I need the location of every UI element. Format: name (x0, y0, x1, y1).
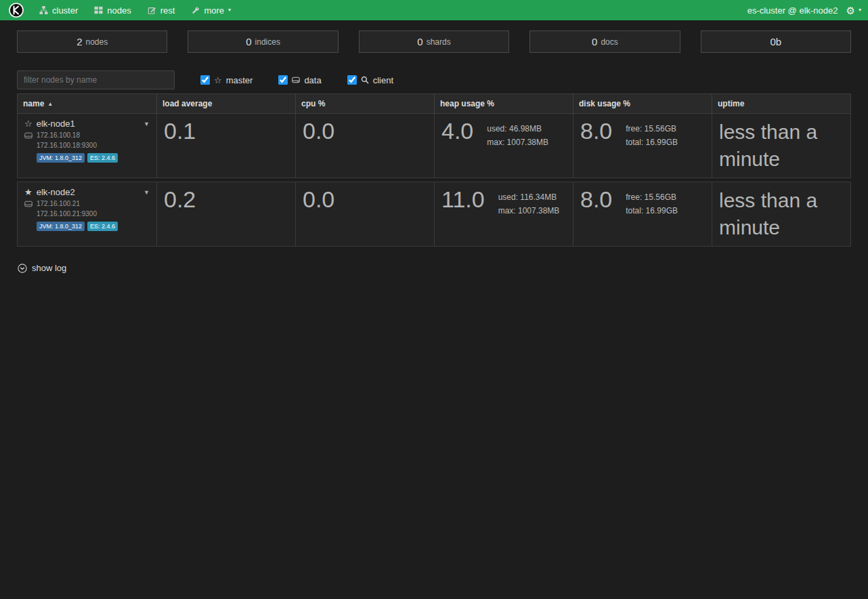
cpu-value: 0.0 (303, 119, 427, 144)
nav-item-nodes[interactable]: nodes (86, 0, 139, 20)
cpu-value: 0.0 (303, 187, 427, 212)
node-name: elk-node2 (37, 187, 75, 197)
uptime-value: less than a minute (719, 187, 844, 241)
stat-docs-label: docs (601, 37, 617, 47)
node-menu-caret-icon[interactable]: ▼ (144, 189, 150, 196)
node-filters: ☆ master data client (17, 70, 851, 89)
hdd-icon (24, 132, 32, 139)
load-average-value: 0.1 (164, 119, 288, 144)
node-ip: 172.16.100.18 (37, 131, 80, 139)
disk-usage-cell: 8.0 free: 15.56GB total: 16.99GB (573, 182, 712, 246)
show-log-toggle[interactable]: show log (18, 263, 66, 273)
node-name: elk-node1 (37, 119, 75, 129)
node-name-cell: ☆ elk-node1 ▼ 172.16.100.18 172.16.100.1… (18, 114, 156, 178)
nav-item-more[interactable]: more ▾ (183, 0, 239, 20)
header-cpu[interactable]: cpu % (295, 94, 434, 113)
show-log-label: show log (32, 263, 66, 273)
header-heap-label: heap usage % (440, 99, 494, 108)
uptime-cell: less than a minute (712, 114, 850, 178)
heap-used-label: used: 46.98MB (487, 122, 548, 136)
heap-usage-cell: 4.0 used: 46.98MB max: 1007.38MB (434, 114, 573, 178)
stat-nodes-value: 2 (77, 36, 82, 47)
heap-usage-cell: 11.0 used: 116.34MB max: 1007.38MB (434, 182, 573, 246)
top-navbar: cluster nodes rest more ▾ es-cluste (0, 0, 868, 20)
header-disk-usage[interactable]: disk usage % (573, 94, 712, 113)
hdd-icon (292, 77, 300, 83)
filter-data[interactable]: data (278, 75, 321, 85)
settings-menu[interactable]: ⚙ ▾ (846, 5, 861, 16)
node-transport-address: 172.16.100.21:9300 (37, 210, 97, 218)
header-name[interactable]: name ▲ (18, 94, 156, 113)
edit-icon (148, 6, 156, 14)
star-icon: ☆ (214, 76, 222, 85)
disk-free-label: free: 15.56GB (626, 122, 678, 136)
stat-shards: 0 shards (359, 30, 509, 53)
cluster-stats-row: 2 nodes 0 indices 0 shards 0 docs 0b (17, 30, 851, 53)
disk-total-label: total: 16.99GB (626, 204, 678, 218)
header-disk-label: disk usage % (579, 99, 630, 108)
navbar-right: es-cluster @ elk-node2 ⚙ ▾ (747, 5, 861, 16)
uptime-value: less than a minute (719, 119, 844, 173)
header-load-label: load average (162, 99, 212, 108)
nav-item-cluster[interactable]: cluster (31, 0, 86, 20)
header-load-average[interactable]: load average (156, 94, 295, 113)
master-eligible-star-icon: ☆ (24, 119, 32, 128)
chevron-down-icon: ▾ (859, 7, 861, 13)
sitemap-icon (39, 6, 48, 14)
node-filter-input[interactable] (17, 70, 175, 89)
disk-free-label: free: 15.56GB (626, 190, 678, 204)
client-checkbox-label: client (373, 75, 393, 85)
disk-usage-cell: 8.0 free: 15.56GB total: 16.99GB (573, 114, 712, 178)
load-average-value: 0.2 (164, 187, 288, 212)
search-icon (361, 76, 369, 84)
header-cpu-label: cpu % (301, 99, 325, 108)
nav-label-nodes: nodes (107, 5, 131, 16)
cpu-cell: 0.0 (295, 114, 434, 178)
hdd-icon (24, 201, 32, 207)
stat-size-value: 0b (770, 36, 781, 47)
node-menu-caret-icon[interactable]: ▼ (144, 121, 150, 127)
stat-indices: 0 indices (188, 30, 338, 53)
filter-master[interactable]: ☆ master (200, 75, 253, 85)
sort-asc-icon: ▲ (47, 101, 53, 107)
nav-label-rest: rest (160, 5, 175, 16)
elected-master-star-icon: ★ (24, 188, 32, 197)
gear-icon: ⚙ (846, 5, 855, 16)
heap-usage-value: 11.0 (441, 187, 485, 212)
disk-total-label: total: 16.99GB (626, 136, 678, 149)
stat-nodes: 2 nodes (17, 30, 167, 53)
nav-label-cluster: cluster (52, 5, 78, 16)
jvm-version-badge: JVM: 1.8.0_312 (37, 222, 85, 231)
disk-usage-value: 8.0 (580, 187, 612, 212)
kopf-logo-icon (8, 2, 24, 18)
client-checkbox[interactable] (347, 75, 357, 85)
master-checkbox[interactable] (200, 75, 210, 85)
heap-max-label: max: 1007.38MB (487, 136, 548, 149)
nodes-table-header: name ▲ load average cpu % heap usage % d… (17, 94, 851, 114)
kopf-logo[interactable] (8, 2, 24, 18)
heap-max-label: max: 1007.38MB (498, 204, 560, 218)
node-transport-address: 172.16.100.18:9300 (37, 142, 97, 149)
nodes-table: name ▲ load average cpu % heap usage % d… (17, 94, 851, 247)
chevron-circle-down-icon (18, 264, 27, 273)
header-heap-usage[interactable]: heap usage % (434, 94, 573, 113)
stat-nodes-label: nodes (86, 37, 108, 47)
nav-label-more: more (204, 5, 224, 16)
header-uptime[interactable]: uptime (712, 94, 850, 113)
load-average-cell: 0.1 (156, 114, 295, 178)
filter-client[interactable]: client (347, 75, 393, 85)
data-checkbox[interactable] (278, 75, 288, 85)
stat-indices-value: 0 (246, 36, 251, 47)
stat-indices-label: indices (255, 37, 280, 47)
heap-usage-value: 4.0 (441, 119, 473, 144)
jvm-version-badge: JVM: 1.8.0_312 (37, 153, 85, 163)
nav-item-rest[interactable]: rest (139, 0, 183, 20)
table-row: ★ elk-node2 ▼ 172.16.100.21 172.16.100.2… (17, 182, 851, 247)
stat-docs-value: 0 (592, 36, 597, 47)
node-ip: 172.16.100.21 (37, 200, 80, 207)
stat-docs: 0 docs (529, 30, 680, 53)
stat-shards-label: shards (427, 37, 451, 47)
cpu-cell: 0.0 (295, 182, 434, 246)
load-average-cell: 0.2 (156, 182, 295, 246)
heap-used-label: used: 116.34MB (498, 190, 560, 204)
